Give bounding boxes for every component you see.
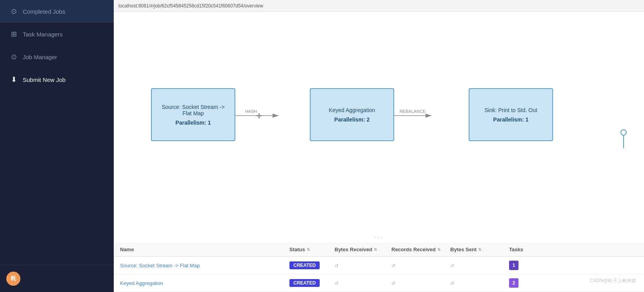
col-header-bytes-received[interactable]: Bytes Received ⇅ — [331, 247, 388, 252]
col-header-records-received[interactable]: Records Received ⇅ — [388, 247, 447, 252]
sidebar-label-submit-new-job: Submit New Job — [23, 76, 65, 83]
svg-point-6 — [621, 130, 626, 135]
pin-icon — [619, 129, 628, 151]
row2-records-received: ↺ — [388, 280, 447, 286]
sidebar-item-completed-jobs[interactable]: ⊙ Completed Jobs — [0, 0, 114, 23]
sort-bytes-recv-icon: ⇅ — [374, 247, 377, 252]
sidebar-label-task-managers: Task Managers — [23, 31, 63, 38]
sink-node[interactable]: Sink: Print to Std. Out Parallelism: 1 — [469, 88, 553, 141]
separator-dots: ··· — [114, 232, 644, 243]
url-bar: localhost:8081/#/job/62cf545845256cd15f2… — [114, 0, 644, 12]
table-header: Name Status ⇅ Bytes Received ⇅ Records R… — [114, 243, 644, 257]
job-manager-icon: ⊙ — [9, 53, 18, 61]
col-header-tasks: Tasks — [506, 247, 537, 252]
sink-node-parallelism: Parallelism: 1 — [493, 116, 528, 123]
row2-name[interactable]: Keyed Aggregation — [114, 280, 286, 286]
row1-status: CREATED — [286, 261, 331, 269]
url-text: localhost:8081/#/job/62cf545845256cd15f2… — [118, 3, 263, 9]
row1-tasks: 1 — [506, 261, 537, 270]
svg-text:✛: ✛ — [256, 112, 262, 120]
table-section: ··· Name Status ⇅ Bytes Received ⇅ Recor… — [114, 232, 644, 292]
sort-records-recv-icon: ⇅ — [437, 247, 440, 252]
table-row: Keyed Aggregation CREATED ↺ ↺ ↺ 2 — [114, 274, 644, 292]
svg-text:HASH: HASH — [245, 109, 257, 114]
source-node[interactable]: Source: Socket Stream -> Flat Map Parall… — [151, 88, 235, 141]
row1-name[interactable]: Source: Socket Stream -> Flat Map — [114, 263, 286, 268]
sort-bytes-sent-icon: ⇅ — [478, 247, 481, 252]
row2-tasks: 2 — [506, 278, 537, 288]
keyed-agg-node-title: Keyed Aggregation — [329, 107, 375, 113]
sink-node-title: Sink: Print to Std. Out — [484, 107, 537, 113]
row1-bytes-sent: ↺ — [447, 263, 506, 268]
col-header-bytes-sent[interactable]: Bytes Sent ⇅ — [447, 247, 506, 252]
sidebar: ⊙ Completed Jobs ⊞ Task Managers ⊙ Job M… — [0, 0, 114, 292]
row1-bytes-received: ↺ — [331, 263, 388, 268]
svg-text:REBALANCE: REBALANCE — [400, 109, 426, 114]
keyed-agg-node[interactable]: Keyed Aggregation Parallelism: 2 — [310, 88, 394, 141]
sidebar-label-job-manager: Job Manager — [23, 54, 57, 60]
check-circle-icon: ⊙ — [9, 7, 18, 16]
sort-status-icon: ⇅ — [307, 247, 310, 252]
row2-bytes-received: ↺ — [331, 280, 388, 286]
col-header-status[interactable]: Status ⇅ — [286, 247, 331, 252]
status-badge-created-1: CREATED — [289, 261, 320, 269]
sidebar-bottom: 耗 — [0, 265, 114, 292]
diagram-area[interactable]: HASH ✛ REBALANCE Source: Socket Stream -… — [114, 12, 644, 292]
sidebar-item-task-managers[interactable]: ⊞ Task Managers — [0, 23, 114, 45]
source-node-parallelism: Parallelism: 1 — [175, 120, 211, 126]
main-content: localhost:8081/#/job/62cf545845256cd15f2… — [114, 0, 644, 292]
submit-icon: ⬇ — [9, 75, 18, 84]
avatar: 耗 — [6, 272, 20, 286]
source-node-title: Source: Socket Stream -> Flat Map — [158, 104, 228, 116]
status-badge-created-2: CREATED — [289, 279, 320, 287]
row1-records-received: ↺ — [388, 263, 447, 268]
grid-icon: ⊞ — [9, 30, 18, 38]
row2-status: CREATED — [286, 279, 331, 287]
sidebar-label-completed-jobs: Completed Jobs — [23, 8, 65, 15]
table-row: Source: Socket Stream -> Flat Map CREATE… — [114, 257, 644, 274]
sidebar-item-job-manager[interactable]: ⊙ Job Manager — [0, 45, 114, 68]
col-header-name: Name — [114, 247, 286, 252]
row2-bytes-sent: ↺ — [447, 280, 506, 286]
sidebar-item-submit-new-job[interactable]: ⬇ Submit New Job — [0, 68, 114, 91]
watermark: CSDN@耗子上树摔猫 — [590, 277, 636, 284]
keyed-agg-node-parallelism: Parallelism: 2 — [334, 116, 369, 123]
